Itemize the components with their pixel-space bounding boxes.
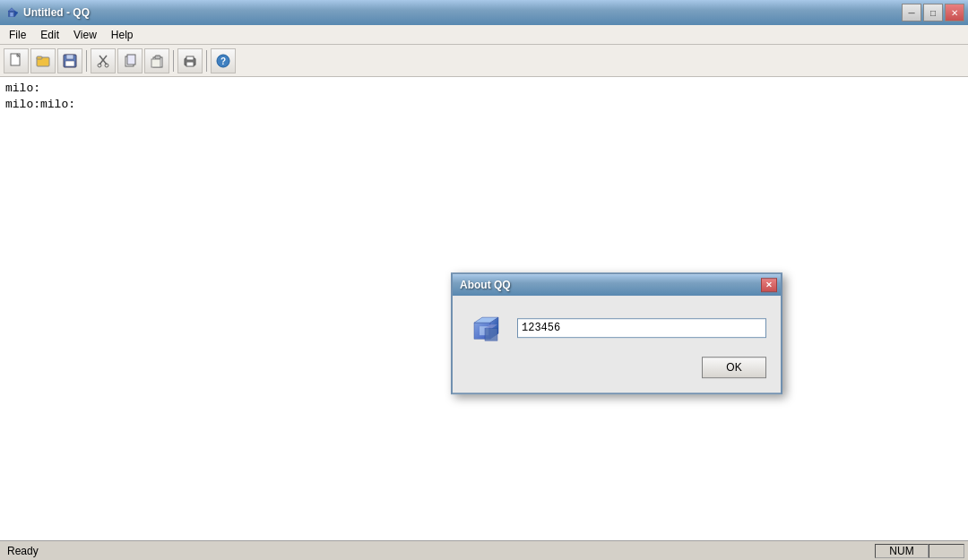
save-button[interactable] [57, 48, 82, 73]
title-buttons: ─ □ ✕ [902, 4, 964, 22]
svg-text:?: ? [220, 56, 226, 66]
status-text: Ready [4, 545, 42, 557]
help-icon: ? [215, 53, 231, 69]
svg-rect-29 [485, 328, 497, 340]
cut-button[interactable] [91, 48, 116, 73]
dialog-titlebar: About QQ ✕ [453, 274, 781, 296]
maximize-button[interactable]: □ [923, 4, 943, 22]
main-content: milo: milo:milo: About QQ ✕ [0, 77, 968, 540]
content-line-2: milo:milo: [5, 97, 963, 113]
dialog-title: About QQ [460, 279, 511, 291]
toolbar-separator-2 [173, 50, 174, 72]
svg-rect-16 [127, 55, 135, 65]
print-icon [182, 53, 198, 69]
new-button[interactable] [4, 48, 29, 73]
dialog-overlay: About QQ ✕ [0, 77, 968, 540]
print-button[interactable] [177, 48, 203, 73]
svg-rect-9 [66, 55, 73, 59]
content-line-1: milo: [5, 81, 963, 97]
menu-bar: File Edit View Help [0, 25, 968, 45]
svg-rect-19 [151, 59, 160, 67]
svg-rect-7 [37, 56, 42, 59]
dialog-close-button[interactable]: ✕ [761, 278, 777, 292]
toolbar-separator-3 [206, 50, 207, 72]
svg-rect-3 [10, 13, 13, 16]
svg-rect-18 [155, 56, 160, 59]
window-title: Untitled - QQ [23, 6, 90, 19]
save-icon [62, 53, 78, 69]
num-panel: NUM [875, 544, 929, 558]
new-icon [8, 53, 24, 69]
title-bar: Untitled - QQ ─ □ ✕ [0, 0, 968, 25]
svg-marker-1 [9, 8, 15, 12]
dialog-content [467, 310, 766, 346]
open-icon [35, 53, 51, 69]
paste-button[interactable] [144, 48, 169, 73]
toolbar: ? [0, 45, 968, 77]
dialog-ok-button[interactable]: OK [702, 357, 766, 378]
paste-icon [149, 53, 165, 69]
menu-help[interactable]: Help [104, 25, 141, 44]
status-bar: Ready NUM [0, 540, 968, 560]
dialog-app-icon [467, 310, 503, 346]
dialog-body: OK [453, 296, 781, 392]
toolbar-separator-1 [86, 50, 87, 72]
content-area: milo: milo:milo: [5, 81, 963, 113]
minimize-button[interactable]: ─ [902, 4, 921, 22]
copy-button[interactable] [117, 48, 143, 73]
close-button[interactable]: ✕ [945, 4, 964, 22]
dialog-buttons: OK [467, 357, 766, 378]
cut-icon [95, 53, 111, 69]
app-icon [5, 6, 18, 19]
open-button[interactable] [30, 48, 56, 73]
dialog-input[interactable] [517, 318, 766, 338]
menu-edit[interactable]: Edit [33, 25, 66, 44]
status-right: NUM [875, 544, 964, 558]
svg-rect-10 [65, 61, 74, 66]
extra-panel [929, 544, 964, 558]
menu-view[interactable]: View [66, 25, 104, 44]
svg-rect-21 [186, 56, 194, 60]
copy-icon [122, 53, 138, 69]
svg-rect-22 [186, 62, 194, 66]
svg-marker-2 [15, 11, 19, 16]
menu-file[interactable]: File [2, 25, 33, 44]
about-dialog: About QQ ✕ [451, 272, 782, 394]
help-button[interactable]: ? [211, 48, 236, 73]
